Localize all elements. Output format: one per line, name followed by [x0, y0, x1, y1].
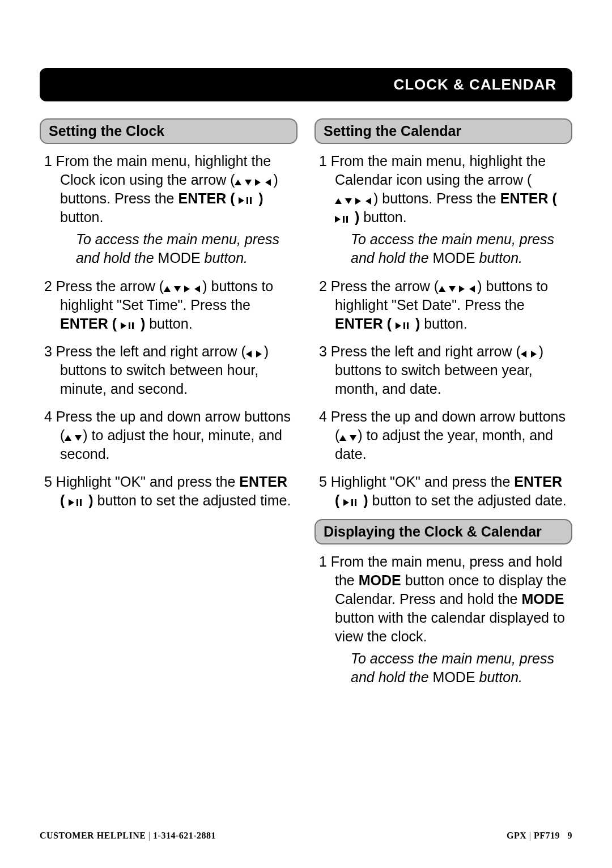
footer-helpline: CUSTOMER HELPLINE | 1-314-621-2881 [40, 831, 216, 841]
step-4: Press the up and down arrow buttons () t… [44, 407, 295, 463]
subsection-heading-calendar: Setting the Calendar [314, 118, 572, 144]
right-column: Setting the Calendar From the main menu,… [314, 112, 572, 696]
calendar-steps: From the main menu, highlight the Calend… [314, 152, 572, 510]
left-right-icon [521, 350, 539, 358]
step-3: Press the left and right arrow () button… [44, 342, 295, 398]
two-column-layout: Setting the Clock From the main menu, hi… [40, 112, 572, 696]
step-2: Press the arrow () buttons to highlight … [44, 277, 295, 333]
play-pause-icon [335, 216, 351, 223]
step-1: From the main menu, highlight the Clock … [44, 152, 295, 267]
left-right-icon [246, 350, 264, 358]
tip-note: To access the main menu, press and hold … [351, 649, 570, 686]
left-column: Setting the Clock From the main menu, hi… [40, 112, 298, 696]
step-3: Press the left and right arrow () button… [319, 342, 570, 398]
up-down-icon [339, 434, 358, 442]
clock-steps: From the main menu, highlight the Clock … [40, 152, 298, 510]
footer-model: GPX | PF719 9 [507, 831, 572, 841]
up-down-right-left-icon [235, 178, 273, 186]
step-1: From the main menu, highlight the Calend… [319, 152, 570, 267]
tip-note: To access the main menu, press and hold … [76, 230, 295, 267]
page-footer: CUSTOMER HELPLINE | 1-314-621-2881 GPX |… [40, 831, 572, 841]
play-pause-icon [69, 499, 84, 507]
play-pause-icon [396, 322, 411, 330]
play-pause-icon [239, 197, 254, 205]
play-pause-icon [343, 499, 359, 507]
play-pause-icon [121, 322, 137, 330]
subsection-heading-display: Displaying the Clock & Calendar [314, 519, 572, 544]
up-down-right-left-icon [164, 285, 202, 293]
up-down-right-left-icon [439, 285, 477, 293]
step-5: Highlight "OK" and press the ENTER ( ) b… [44, 473, 295, 510]
step-1: From the main menu, press and hold the M… [319, 552, 570, 686]
display-steps: From the main menu, press and hold the M… [314, 552, 572, 686]
section-header-title: CLOCK & CALENDAR [393, 76, 556, 93]
subsection-heading-clock: Setting the Clock [40, 118, 298, 144]
up-down-icon [65, 434, 83, 442]
manual-page: CLOCK & CALENDAR Setting the Clock From … [0, 0, 612, 868]
step-2: Press the arrow () buttons to highlight … [319, 277, 570, 333]
step-4: Press the up and down arrow buttons () t… [319, 407, 570, 463]
tip-note: To access the main menu, press and hold … [351, 230, 570, 267]
step-5: Highlight "OK" and press the ENTER ( ) b… [319, 473, 570, 510]
up-down-right-left-icon [335, 197, 373, 205]
section-header: CLOCK & CALENDAR [40, 68, 572, 101]
